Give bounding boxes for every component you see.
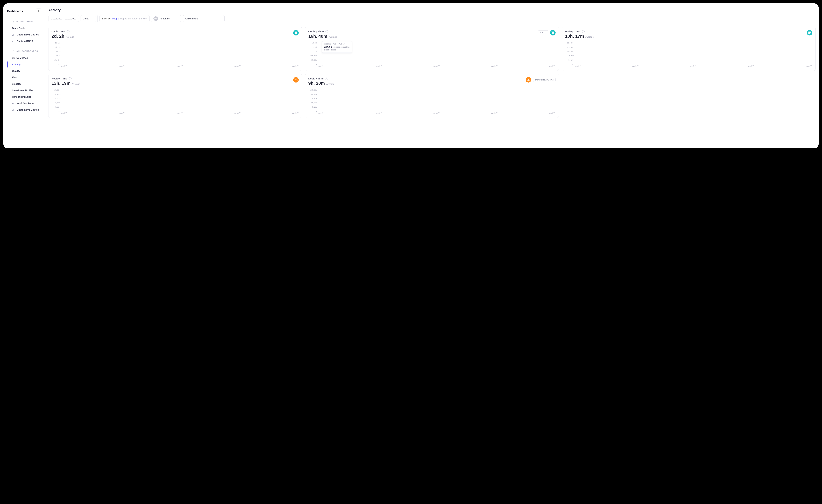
- svg-rect-9: [14, 109, 14, 111]
- date-range-picker[interactable]: 07/22/2023 09/22/2023: [48, 15, 79, 22]
- y-tick: 12h, 30m: [308, 98, 317, 99]
- y-tick: 12h, 30m: [565, 50, 574, 52]
- sidebar-fav-item[interactable]: Custom DORA: [7, 38, 43, 44]
- x-tick: Week 32: [119, 112, 125, 116]
- card-title: Cycle Time: [52, 30, 65, 33]
- info-icon[interactable]: i: [325, 77, 328, 80]
- x-tick: Week 32: [119, 65, 125, 69]
- sidebar-fav-item[interactable]: Team Goals: [7, 25, 43, 31]
- chart-tooltip[interactable]: Week 32 ( Aug 7 - Aug 13)12h, 9maverage …: [322, 41, 352, 53]
- sidebar-item[interactable]: Time Distribution: [7, 94, 43, 100]
- sidebar-fav-item[interactable]: Custom PM Metrics: [7, 31, 43, 38]
- sidebar-item-label: Custom DORA: [17, 40, 33, 42]
- preset-select[interactable]: Default ⌄: [80, 15, 96, 22]
- chart-svg: [61, 89, 299, 112]
- sidebar-item-label: Time Distribution: [12, 95, 32, 98]
- members-select[interactable]: All Members ⌄: [183, 15, 225, 22]
- metric-card-pickup[interactable]: Pickup Timei10h, 17mAverage20h, 50m16h, …: [562, 27, 816, 71]
- sidebar-item[interactable]: Workflow team: [7, 100, 43, 107]
- sidebar-title: Dashboards: [7, 10, 23, 13]
- card-title: Coding Time: [308, 30, 324, 33]
- gauge-icon[interactable]: [526, 77, 531, 83]
- sidebar-item[interactable]: Quality: [7, 68, 43, 74]
- aggregate-select[interactable]: AVG⌄: [538, 30, 548, 35]
- chart-svg: [318, 89, 555, 112]
- svg-line-76: [528, 80, 529, 81]
- y-tick: 1d, 9h: [52, 55, 60, 57]
- y-tick: 4h, 10m: [52, 106, 60, 108]
- chart[interactable]: 1d, 18h1d, 9h1d16h, 40m8h, 20m0mWeek 29W…: [308, 42, 555, 69]
- y-tick: 3d, 11h: [52, 42, 60, 44]
- favorites-header: MY FAVORITES: [12, 20, 43, 23]
- y-tick: 20h, 50m: [565, 42, 574, 44]
- card-avg-label: Average: [326, 83, 334, 85]
- svg-point-34: [554, 33, 554, 33]
- filter-tag-people[interactable]: People: [112, 17, 119, 20]
- sidebar-item-label: Activity: [12, 63, 21, 66]
- info-icon[interactable]: i: [67, 30, 69, 33]
- x-tick: Week 36: [234, 112, 241, 116]
- svg-line-59: [296, 80, 297, 81]
- y-tick: 8h, 20m: [52, 102, 60, 104]
- page-title: Activity: [48, 8, 816, 12]
- y-tick: 8h, 20m: [308, 102, 317, 104]
- x-tick: Week 29: [61, 65, 68, 69]
- info-icon[interactable]: i: [326, 30, 328, 33]
- metric-card-coding[interactable]: Coding Timei16h, 40mAverageAVG⌄1d, 18h1d…: [305, 27, 559, 71]
- sidebar-item[interactable]: Velocity: [7, 81, 43, 87]
- x-tick: Week 35: [433, 112, 440, 116]
- all-dashboards-header[interactable]: ⌃ ALL DASHBOARDS: [12, 50, 43, 53]
- bar-chart-icon: [12, 108, 15, 111]
- chart-svg: [61, 42, 299, 65]
- card-title: Deploy Time: [308, 77, 324, 80]
- filter-tag-repository[interactable]: Repository: [120, 17, 131, 20]
- metric-card-review[interactable]: Review Timei13h, 19mAverage20h, 50m16h, …: [48, 74, 302, 118]
- svg-rect-6: [14, 102, 14, 104]
- thumbs-up-icon[interactable]: [550, 30, 555, 35]
- card-avg-label: Average: [329, 36, 337, 38]
- metric-card-deploy[interactable]: Deploy Timei9h, 20mAverageImprove Review…: [305, 74, 559, 118]
- y-tick: 0m: [308, 63, 317, 65]
- y-tick: 0m: [52, 63, 60, 65]
- add-dashboard-button[interactable]: +: [36, 9, 41, 14]
- sidebar-item[interactable]: Flow: [7, 74, 43, 81]
- y-tick: 20h, 50m: [52, 89, 60, 91]
- y-tick: 0m: [308, 110, 317, 112]
- sidebar-item[interactable]: Activity: [7, 61, 43, 68]
- svg-point-68: [297, 80, 298, 80]
- chart[interactable]: 20h, 50m16h, 40m12h, 30m8h, 20m4h, 10m0m…: [308, 89, 555, 116]
- all-badge-icon: ALL: [153, 16, 158, 21]
- y-tick: 0m: [565, 63, 574, 65]
- info-icon[interactable]: i: [582, 30, 584, 33]
- improve-chip[interactable]: Improve Review Time: [533, 78, 555, 82]
- thumbs-up-icon[interactable]: [807, 30, 812, 35]
- sidebar-item-label: Flow: [12, 76, 17, 79]
- thumbs-up-icon[interactable]: [293, 30, 299, 35]
- y-tick: 8h, 20m: [565, 55, 574, 57]
- x-tick: Week 35: [433, 65, 440, 69]
- app-window: Dashboards + MY FAVORITES Team GoalsCust…: [3, 3, 819, 148]
- sidebar-item[interactable]: DORA Metrics: [7, 55, 43, 61]
- card-title: Pickup Time: [565, 30, 580, 33]
- x-tick: Week 29: [318, 65, 325, 69]
- x-tick: Week 29: [318, 112, 325, 116]
- sidebar-item[interactable]: Investment Profile: [7, 87, 43, 94]
- svg-rect-8: [13, 109, 14, 111]
- chevron-down-icon: ⌄: [92, 17, 93, 20]
- filter-tag-service[interactable]: Service: [139, 17, 146, 20]
- cards-grid: Cycle Timei2d, 2hAverage3d, 11h2d, 19h2d…: [48, 27, 816, 118]
- metric-card-cycle[interactable]: Cycle Timei2d, 2hAverage3d, 11h2d, 19h2d…: [48, 27, 302, 71]
- y-tick: 4h, 10m: [308, 106, 317, 108]
- filter-tag-label[interactable]: Label: [132, 17, 138, 20]
- gauge-icon[interactable]: [293, 77, 299, 83]
- svg-rect-7: [12, 110, 13, 111]
- team-select[interactable]: ALL All Teams ⌄: [151, 15, 181, 22]
- sidebar-item[interactable]: Custom PM Metrics: [7, 107, 43, 113]
- info-icon[interactable]: i: [69, 77, 71, 80]
- chart[interactable]: 20h, 50m16h, 40m12h, 30m8h, 20m4h, 10m0m…: [565, 42, 812, 69]
- x-tick: Week 29: [574, 65, 581, 69]
- chart[interactable]: 20h, 50m16h, 40m12h, 30m8h, 20m4h, 10m0m…: [52, 89, 299, 116]
- chart[interactable]: 3d, 11h2d, 19h2d, 2h1d, 9h16h, 40m0mWeek…: [52, 42, 299, 69]
- sidebar-item-label: Investment Profile: [12, 89, 33, 92]
- sidebar-item-label: Velocity: [12, 83, 21, 85]
